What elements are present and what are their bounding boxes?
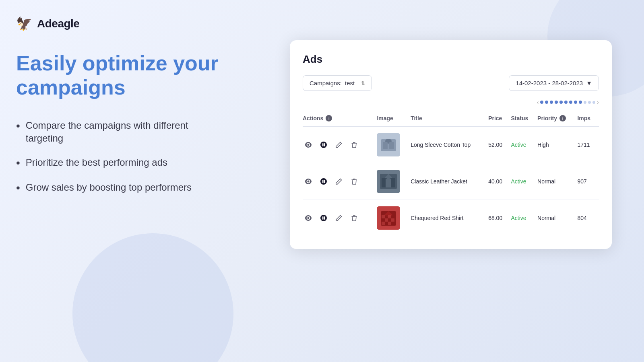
row-3-priority: Normal [537,200,577,237]
row-2-image [377,163,411,200]
row-2-product-image [377,170,400,193]
ads-card: Ads Campaigns: test ⇅ 14-02-2023 - 28-02… [290,40,612,249]
pagination-dot-6[interactable] [564,101,568,104]
bg-decoration-1 [72,233,233,362]
delete-icon[interactable] [349,139,360,150]
date-range-value: 14-02-2023 - 28-02-2023 [516,80,583,86]
pagination-row: ‹ › [303,99,599,105]
pagination-dot-8[interactable] [574,101,577,104]
logo-row: 🦅 Adeagle [16,16,225,31]
row-1-priority: High [537,127,577,163]
col-image: Image [377,112,411,127]
feature-item-1-text: Compare the campaigns with different tar… [26,119,225,145]
priority-info-icon: i [559,115,566,121]
svg-rect-6 [383,142,388,149]
svg-point-17 [320,215,327,221]
pagination-dot-3[interactable] [550,101,553,104]
svg-rect-19 [324,216,325,220]
svg-rect-2 [324,143,325,146]
date-range-selector[interactable]: 14-02-2023 - 28-02-2023 ▼ [509,75,599,91]
pause-icon[interactable] [318,176,329,187]
svg-rect-34 [391,222,394,225]
svg-rect-7 [389,142,394,149]
svg-rect-10 [324,180,325,183]
campaign-label: Campaigns: [310,80,342,86]
svg-rect-32 [385,222,388,225]
row-2-status-badge: Active [511,178,526,185]
pagination-dot-2[interactable] [545,101,548,104]
row-2-status: Active [511,163,537,200]
view-icon[interactable] [303,212,314,224]
row-3-title: Chequered Red Shirt [411,200,488,237]
row-3-imps: 804 [577,200,599,237]
pause-icon[interactable] [318,139,329,150]
pagination-dot-10[interactable] [584,101,586,104]
svg-rect-24 [385,215,388,218]
feature-list: Compare the campaigns with different tar… [16,119,225,195]
table-row: Classic Leather Jacket 40.00 Active Norm… [303,163,599,200]
svg-rect-29 [388,218,391,222]
ads-table: Actions i Image Title Price Status Prior… [303,112,599,236]
campaign-chevron-icon: ⇅ [361,80,365,86]
col-actions: Actions i [303,112,377,127]
controls-row: Campaigns: test ⇅ 14-02-2023 - 28-02-202… [303,75,599,91]
table-row: Long Sleeve Cotton Top 52.00 Active High… [303,127,599,163]
date-chevron-icon: ▼ [586,80,592,86]
col-price: Price [488,112,511,127]
row-3-product-image [377,206,400,230]
actions-info-icon: i [326,115,332,121]
pagination-prev-icon[interactable]: ‹ [537,99,539,105]
delete-icon[interactable] [349,176,360,187]
pagination-dot-7[interactable] [569,101,572,104]
pagination-dot-4[interactable] [555,101,558,104]
row-2-priority: Normal [537,163,577,200]
row-3-actions [303,200,377,237]
col-priority-label: Priority [537,115,557,121]
svg-rect-25 [388,215,391,218]
feature-item-3: Grow sales by boosting top performers [16,181,225,195]
pause-icon[interactable] [318,212,329,224]
edit-icon[interactable] [333,212,345,224]
left-panel: 🦅 Adeagle Easily optimize your campaigns… [16,16,225,195]
headline: Easily optimize your campaigns [16,51,225,100]
svg-point-8 [320,178,327,185]
brand-name: Adeagle [37,17,79,30]
row-2-title: Classic Leather Jacket [411,163,488,200]
edit-icon[interactable] [333,176,345,187]
table-header-row: Actions i Image Title Price Status Prior… [303,112,599,127]
pagination-dot-1[interactable] [540,101,543,104]
row-1-price: 52.00 [488,127,511,163]
pagination-dot-12[interactable] [592,101,595,104]
row-1-actions [303,127,377,163]
svg-rect-23 [382,215,385,218]
pagination-dot-11[interactable] [588,101,591,104]
row-1-status: Active [511,127,537,163]
row-2-actions [303,163,377,200]
delete-icon[interactable] [349,212,360,224]
ads-panel-title: Ads [303,53,599,66]
col-actions-label: Actions [303,115,323,121]
pagination-dot-5[interactable] [559,101,563,104]
svg-rect-30 [391,218,394,222]
view-icon[interactable] [303,139,314,150]
view-icon[interactable] [303,176,314,187]
svg-rect-1 [322,143,324,146]
table-row: Chequered Red Shirt 68.00 Active Normal … [303,200,599,237]
svg-rect-16 [386,179,391,187]
col-imps: Imps [577,112,599,127]
feature-item-3-text: Grow sales by boosting top performers [26,181,192,194]
eagle-icon: 🦅 [16,16,32,31]
pagination-next-icon[interactable]: › [597,99,599,105]
feature-item-2: Prioritize the best performing ads [16,156,225,170]
svg-rect-31 [382,222,385,225]
pagination-dot-9[interactable] [579,101,582,104]
row-1-image [377,127,411,163]
svg-rect-9 [322,180,324,183]
svg-rect-18 [322,216,324,220]
row-1-status-badge: Active [511,142,526,148]
col-priority: Priority i [537,112,577,127]
feature-item-1: Compare the campaigns with different tar… [16,119,225,145]
svg-rect-28 [385,218,388,222]
campaign-selector[interactable]: Campaigns: test ⇅ [303,75,372,91]
edit-icon[interactable] [333,139,345,150]
